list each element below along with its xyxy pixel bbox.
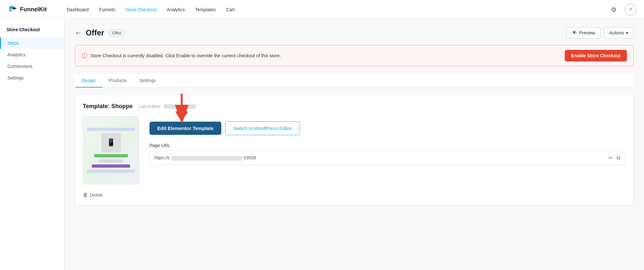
tabs: Design Products Settings <box>75 74 634 88</box>
tabs-container: Design Products Settings Template: Shopp… <box>75 74 634 206</box>
edit-buttons: Edit Elementor Template Switch to WordPr… <box>149 121 626 135</box>
sidebar-item-conversions[interactable]: Conversions <box>0 61 64 72</box>
page-url-label: Page URL <box>149 143 626 148</box>
switch-wordpress-button[interactable]: Switch to WordPress Editor <box>225 121 300 135</box>
offer-badge: Offer <box>108 29 126 37</box>
settings-icon-button[interactable]: ⚙ <box>608 4 620 15</box>
alert-left: ⓘ Store Checkout is currently disabled. … <box>82 52 281 60</box>
nav-cart[interactable]: Cart <box>222 5 239 15</box>
template-content: 📱 <box>83 116 626 184</box>
nav-right-icons: ⚙ ? <box>608 4 636 15</box>
trash-icon: 🗑 <box>83 192 88 198</box>
url-end: 03926 <box>244 155 256 160</box>
template-section: Template: Shoppe Last Edited: 📱 <box>75 95 634 206</box>
thumb-row-green <box>94 154 128 157</box>
tab-settings[interactable]: Settings <box>133 74 162 88</box>
back-button[interactable]: ← <box>75 29 82 37</box>
eye-icon: 👁 <box>572 30 577 36</box>
main-content: ← Offer Offer 👁 Preview Actions ▾ ⓘ Stor… <box>64 19 644 270</box>
page-header: ← Offer Offer 👁 Preview Actions ▾ <box>75 27 634 39</box>
page-title: Offer <box>86 28 104 37</box>
template-title: Template: Shoppe <box>83 103 133 110</box>
template-actions: Edit Elementor Template Switch to WordPr… <box>149 116 626 165</box>
page-header-right: 👁 Preview Actions ▾ <box>566 27 634 39</box>
url-blurred <box>171 156 242 161</box>
enable-store-checkout-button[interactable]: Enable Store Checkout <box>565 50 627 61</box>
thumbnail-inner: 📱 <box>83 116 139 184</box>
top-navigation: FunnelKit Dashboard Funnels Store Checko… <box>0 0 644 19</box>
sidebar-item-settings[interactable]: Settings <box>0 72 64 84</box>
sidebar-item-steps[interactable]: Steps <box>0 37 64 49</box>
url-actions: ✏ ⧉ <box>608 154 621 162</box>
page-header-left: ← Offer Offer <box>75 28 126 37</box>
alert-info-icon: ⓘ <box>82 52 87 60</box>
svg-marker-2 <box>175 111 188 122</box>
thumb-row-2 <box>87 170 135 173</box>
nav-templates[interactable]: Templates <box>191 5 220 15</box>
preview-button[interactable]: 👁 Preview <box>566 27 601 39</box>
alert-message: Store Checkout is currently disabled. Cl… <box>91 53 281 58</box>
thumb-row-short <box>99 159 123 163</box>
url-field: https://c03926 ✏ ⧉ <box>149 151 626 165</box>
nav-funnels[interactable]: Funnels <box>95 5 120 15</box>
copy-url-button[interactable]: ⧉ <box>616 154 621 162</box>
delete-label: Delete <box>90 192 103 198</box>
nav-dashboard[interactable]: Dashboard <box>62 5 93 15</box>
nav-store-checkout[interactable]: Store Checkout <box>121 5 161 15</box>
red-arrow <box>169 94 195 124</box>
sidebar: Store Checkout Steps Analytics Conversio… <box>0 19 64 270</box>
chevron-down-icon: ▾ <box>626 30 628 35</box>
alert-banner: ⓘ Store Checkout is currently disabled. … <box>75 45 634 66</box>
thumb-row-1 <box>87 128 135 131</box>
tab-design[interactable]: Design <box>75 74 102 88</box>
nav-links: Dashboard Funnels Store Checkout Analyti… <box>62 5 598 15</box>
sidebar-title: Store Checkout <box>0 27 64 37</box>
thumb-row-purple <box>92 164 130 168</box>
edit-url-button[interactable]: ✏ <box>608 154 613 162</box>
page-url-section: Page URL https://c03926 ✏ ⧉ <box>149 143 626 165</box>
help-icon-button[interactable]: ? <box>625 4 636 15</box>
template-header: Template: Shoppe Last Edited: <box>83 103 626 110</box>
thumb-image: 📱 <box>101 133 121 152</box>
template-thumbnail: 📱 <box>83 116 139 184</box>
url-start: https://c03926 <box>154 155 605 160</box>
sidebar-item-analytics[interactable]: Analytics <box>0 49 64 61</box>
main-layout: Store Checkout Steps Analytics Conversio… <box>0 19 644 270</box>
nav-analytics[interactable]: Analytics <box>162 5 189 15</box>
actions-button[interactable]: Actions ▾ <box>604 27 634 38</box>
tab-products[interactable]: Products <box>102 74 133 88</box>
logo[interactable]: FunnelKit <box>8 5 47 15</box>
delete-section[interactable]: 🗑 Delete <box>83 192 626 198</box>
